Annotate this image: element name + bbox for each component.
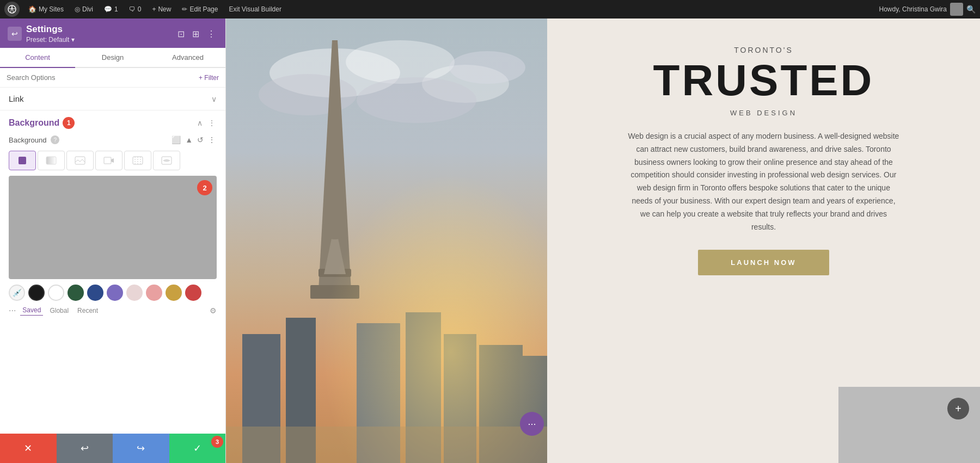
tab-advanced[interactable]: Advanced <box>150 48 225 68</box>
admin-bar-divi[interactable]: ◎ Divi <box>70 3 97 15</box>
swatch-gold[interactable] <box>166 285 182 301</box>
link-label: Link <box>9 94 24 103</box>
canvas-area: TORONTO'S TRUSTED WEB DESIGN Web design … <box>226 18 980 463</box>
divi-icon: ◎ <box>75 5 80 13</box>
columns-icon[interactable]: ⊞ <box>190 28 201 40</box>
tab-content[interactable]: Content <box>0 48 75 68</box>
swatch-navy[interactable] <box>87 285 103 301</box>
collapse-icon[interactable]: ∧ <box>196 118 204 128</box>
wp-logo-icon[interactable] <box>4 2 20 17</box>
admin-bar-pending[interactable]: 🗨 0 <box>125 3 146 15</box>
preset-selector[interactable]: Preset: Default ▾ <box>26 36 75 44</box>
bg-tab-video[interactable] <box>95 151 122 170</box>
swatch-red[interactable] <box>185 285 201 301</box>
more-icon[interactable]: ⋮ <box>205 28 218 40</box>
link-chevron-icon: ∨ <box>211 95 217 103</box>
save-button[interactable]: ✓ 3 <box>169 434 226 463</box>
color-swatches: 💉 <box>9 285 217 301</box>
body-text: Web design is a crucial aspect of any mo… <box>628 130 900 233</box>
add-section-button[interactable]: + <box>947 398 969 419</box>
user-greeting: Howdy, Christina Gwira <box>879 5 947 13</box>
undo-button[interactable]: ↩ <box>57 434 113 463</box>
tab-global[interactable]: Global <box>47 306 71 316</box>
search-icon[interactable]: 🔍 <box>966 5 976 14</box>
swatch-light-pink[interactable] <box>126 285 143 301</box>
back-button[interactable]: ↩ <box>8 27 22 41</box>
toronto-subtitle: TORONTO'S <box>734 46 793 54</box>
search-input[interactable] <box>7 73 195 82</box>
svg-rect-29 <box>226 18 547 463</box>
admin-bar-comments[interactable]: 💬 1 <box>100 3 122 15</box>
swatch-white[interactable] <box>48 285 64 301</box>
purple-dots-button[interactable]: ··· <box>520 412 544 436</box>
panel-scroll-area: Link ∨ Background 1 ∧ ⋮ Backgro <box>0 88 225 434</box>
admin-bar: 🏠 My Sites ◎ Divi 💬 1 🗨 0 + New ✏ Edit P… <box>0 0 980 18</box>
user-area: Howdy, Christina Gwira 🔍 <box>879 3 976 16</box>
color-preview[interactable]: 2 <box>9 176 217 279</box>
bg-type-tabs <box>9 151 217 170</box>
svg-rect-1 <box>19 157 26 164</box>
save-badge: 3 <box>211 436 223 448</box>
link-section[interactable]: Link ∨ <box>0 88 225 110</box>
panel-header: ↩ Settings Preset: Default ▾ ⊡ ⊞ ⋮ <box>0 18 225 48</box>
cursor-icon[interactable]: ▲ <box>184 134 194 145</box>
admin-bar-exit-builder[interactable]: Exit Visual Builder <box>224 3 286 15</box>
dots-button[interactable]: ··· <box>9 306 16 316</box>
bg-sub-label: Background <box>9 136 46 144</box>
cancel-button[interactable]: ✕ <box>0 434 57 463</box>
swatch-purple[interactable] <box>107 285 123 301</box>
background-section: Background 1 ∧ ⋮ Background ? ⬜ ▲ ↺ <box>0 110 225 326</box>
redo-button[interactable]: ↪ <box>113 434 169 463</box>
pending-icon: 🗨 <box>129 5 136 13</box>
bg-tab-color[interactable] <box>9 151 36 170</box>
filter-button[interactable]: + Filter <box>199 74 219 82</box>
svg-rect-4 <box>104 157 111 164</box>
search-area: + Filter <box>0 68 225 88</box>
color-preview-badge: 2 <box>197 180 212 195</box>
background-row: Background ? ⬜ ▲ ↺ ⋮ <box>9 134 217 145</box>
edit-icon: ✏ <box>182 5 187 13</box>
plus-icon: + <box>152 5 156 13</box>
svg-rect-5 <box>133 157 143 164</box>
tab-saved[interactable]: Saved <box>20 305 43 316</box>
reset-icon[interactable]: ↺ <box>196 134 205 145</box>
panel-footer: ✕ ↩ ↪ ✓ 3 <box>0 434 225 463</box>
desktop-icon[interactable]: ⬜ <box>170 134 182 145</box>
bg-tab-pattern[interactable] <box>124 151 151 170</box>
comment-icon: 💬 <box>104 5 112 13</box>
user-avatar <box>950 3 963 16</box>
city-image <box>226 18 547 463</box>
background-title: Background <box>9 118 59 128</box>
web-design-subtitle: WEB DESIGN <box>730 109 797 117</box>
admin-bar-mysites[interactable]: 🏠 My Sites <box>24 3 68 15</box>
panel-tabs: Content Design Advanced <box>0 48 225 68</box>
help-icon[interactable]: ? <box>51 135 59 144</box>
admin-bar-edit-page[interactable]: ✏ Edit Page <box>177 3 222 15</box>
swatch-pink[interactable] <box>146 285 162 301</box>
color-settings-icon[interactable]: ⚙ <box>210 306 217 315</box>
swatch-dark-green[interactable] <box>68 285 84 301</box>
svg-rect-30 <box>226 427 547 463</box>
page-canvas: TORONTO'S TRUSTED WEB DESIGN Web design … <box>226 18 980 463</box>
tab-recent[interactable]: Recent <box>75 306 100 316</box>
eyedropper-tool[interactable]: 💉 <box>9 285 25 301</box>
home-icon: 🏠 <box>28 5 36 13</box>
swatch-black[interactable] <box>28 285 45 301</box>
trusted-heading: TRUSTED <box>653 59 874 102</box>
bg-tab-mask[interactable] <box>153 151 180 170</box>
expand-icon[interactable]: ⊡ <box>175 28 187 40</box>
bg-more-icon[interactable]: ⋮ <box>207 118 217 128</box>
svg-rect-2 <box>46 157 56 164</box>
admin-bar-new[interactable]: + New <box>148 3 175 15</box>
panel-title: Settings <box>26 24 75 35</box>
background-badge: 1 <box>63 117 75 129</box>
bg-row-more-icon[interactable]: ⋮ <box>207 134 217 145</box>
color-tabs: ··· Saved Global Recent ⚙ <box>9 305 217 316</box>
launch-button[interactable]: LAUNCH NOW <box>698 250 829 275</box>
bg-tab-gradient[interactable] <box>38 151 65 170</box>
city-skyline-svg <box>226 18 547 463</box>
settings-panel: ↩ Settings Preset: Default ▾ ⊡ ⊞ ⋮ Conte… <box>0 18 226 463</box>
tab-design[interactable]: Design <box>75 48 150 68</box>
bg-tab-image[interactable] <box>66 151 94 170</box>
